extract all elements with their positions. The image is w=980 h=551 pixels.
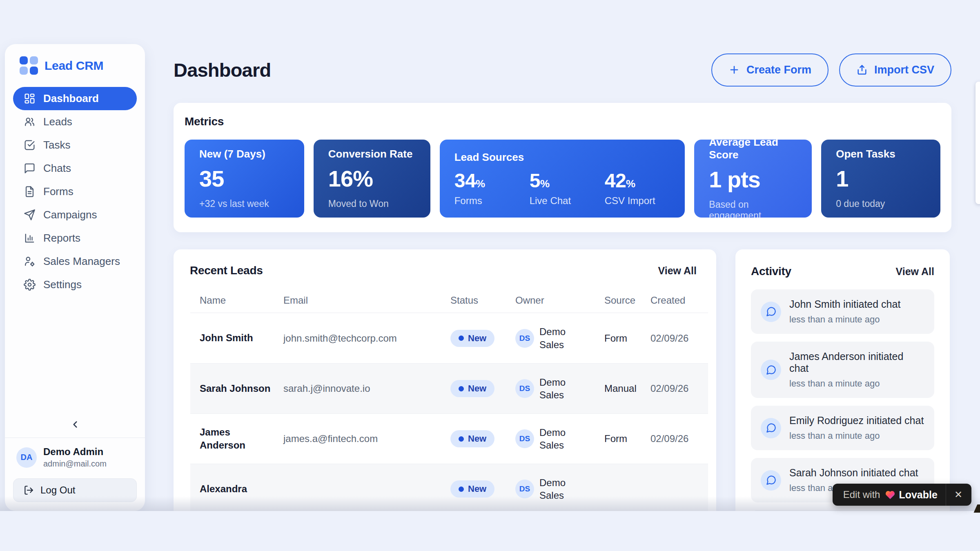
- column-header-created: Created: [650, 295, 708, 306]
- lead-source-stats: 34% Forms 5% Live Chat 42% CSV Import: [454, 169, 670, 207]
- column-header-source: Source: [604, 295, 650, 306]
- badge-brand: Lovable: [885, 489, 937, 501]
- metric-subtext: Based on engagement: [709, 199, 797, 221]
- metric-card-conversion-rate: Conversion Rate 16% Moved to Won: [314, 140, 430, 218]
- logout-button[interactable]: Log Out: [13, 478, 137, 502]
- file-text-icon: [24, 186, 36, 198]
- chat-bubble-icon: [761, 360, 781, 380]
- status-dot-icon: [459, 487, 464, 492]
- lead-source: Manual: [604, 383, 650, 394]
- stat-label: Live Chat: [530, 195, 605, 207]
- chevron-left-icon: [70, 419, 80, 430]
- sidebar-item-campaigns[interactable]: Campaigns: [13, 203, 137, 227]
- list-item[interactable]: [751, 510, 934, 511]
- activity-view-all-link[interactable]: View All: [896, 266, 934, 278]
- metric-card-lead-sources: Lead Sources 34% Forms 5% Live Chat 42%: [440, 140, 685, 218]
- lead-owner: DS Demo Sales: [515, 476, 604, 502]
- metric-subtext: Moved to Won: [328, 198, 416, 209]
- metrics-panel: Metrics New (7 Days) 35 +32 vs last week…: [174, 103, 951, 232]
- user-name: Demo Admin: [43, 446, 107, 458]
- sidebar-item-label: Leads: [43, 116, 72, 128]
- create-form-button[interactable]: Create Form: [711, 53, 829, 87]
- metric-subtext: 0 due today: [836, 198, 926, 209]
- column-header-email: Email: [283, 295, 450, 306]
- list-item[interactable]: John Smith initiated chat less than a mi…: [751, 289, 934, 334]
- table-row[interactable]: James Anderson james.a@fintech.com New D…: [190, 413, 708, 464]
- create-form-label: Create Form: [746, 64, 811, 76]
- activity-time: less than a minute ago: [789, 378, 924, 389]
- lead-source: Form: [604, 333, 650, 344]
- sidebar-item-sales-managers[interactable]: Sales Managers: [13, 250, 137, 273]
- sidebar-item-settings[interactable]: Settings: [13, 273, 137, 296]
- list-item[interactable]: Emily Rodriguez initiated chat less than…: [751, 406, 934, 450]
- sidebar-item-reports[interactable]: Reports: [13, 227, 137, 250]
- table-row[interactable]: Alexandra New DS Demo Sales: [190, 464, 708, 511]
- edit-with-lovable-badge[interactable]: Edit with Lovable ✕: [833, 484, 971, 506]
- logout-label: Log Out: [40, 484, 75, 496]
- lead-email: sarah.j@innovate.io: [283, 383, 450, 394]
- message-square-icon: [24, 162, 36, 174]
- logout-icon: [23, 485, 34, 495]
- sidebar-divider: [5, 438, 145, 438]
- page-header: Dashboard Create Form Import CSV: [174, 53, 951, 87]
- gear-icon: [24, 279, 36, 291]
- chat-bubble-icon: [761, 470, 781, 491]
- import-csv-button[interactable]: Import CSV: [839, 53, 951, 87]
- lead-source-stat-live-chat: 5% Live Chat: [530, 169, 605, 207]
- recent-leads-title: Recent Leads: [190, 264, 263, 277]
- stat-value: 5: [530, 170, 540, 191]
- stat-value: 42: [605, 170, 626, 191]
- lead-owner: DS Demo Sales: [515, 426, 604, 451]
- recent-leads-panel: Recent Leads View All Name Email Status …: [174, 249, 716, 511]
- sidebar-item-tasks[interactable]: Tasks: [13, 133, 137, 157]
- header-actions: Create Form Import CSV: [711, 53, 951, 87]
- upload-icon: [856, 64, 868, 76]
- leads-table-header: Name Email Status Owner Source Created: [190, 288, 708, 313]
- recent-leads-view-all-link[interactable]: View All: [658, 265, 697, 277]
- sidebar-item-label: Sales Managers: [43, 255, 120, 268]
- stat-unit: %: [476, 178, 485, 190]
- lead-source-stat-forms: 34% Forms: [454, 169, 530, 207]
- metric-label: Lead Sources: [454, 151, 670, 164]
- sidebar-spacer: [13, 296, 137, 415]
- stat-label: Forms: [454, 195, 530, 207]
- status-dot-icon: [459, 335, 464, 341]
- sidebar-item-forms[interactable]: Forms: [13, 180, 137, 203]
- check-square-icon: [24, 139, 36, 151]
- sidebar-item-leads[interactable]: Leads: [13, 110, 137, 133]
- metric-value: 1: [836, 165, 926, 192]
- badge-prefix: Edit with: [843, 489, 880, 500]
- lead-owner: DS Demo Sales: [515, 376, 604, 401]
- list-item[interactable]: James Anderson initiated chat less than …: [751, 342, 934, 398]
- main-content: Dashboard Create Form Import CSV Metrics…: [174, 53, 951, 511]
- metrics-title: Metrics: [185, 115, 940, 128]
- sidebar-item-label: Reports: [43, 232, 80, 244]
- table-row[interactable]: Sarah Johnson sarah.j@innovate.io New DS…: [190, 363, 708, 413]
- lead-name: James Anderson: [200, 426, 283, 452]
- status-dot-icon: [459, 436, 464, 442]
- activity-time: less than a minute ago: [789, 431, 924, 441]
- activity-time: less than a minute ago: [789, 314, 900, 325]
- lovable-heart-icon: [885, 490, 895, 500]
- chat-bubble-icon: [761, 418, 781, 438]
- chat-bubble-icon: [761, 302, 781, 322]
- lead-created: 02/09/26: [650, 433, 708, 444]
- import-csv-label: Import CSV: [874, 64, 934, 76]
- sidebar-collapse-button[interactable]: [13, 415, 137, 433]
- brand-logo-icon: [20, 56, 38, 75]
- brand: Lead CRM: [13, 54, 137, 75]
- close-icon[interactable]: ✕: [949, 489, 968, 500]
- sidebar-item-dashboard[interactable]: Dashboard: [13, 87, 137, 110]
- user-email: admin@mail.com: [43, 459, 107, 469]
- activity-text: James Anderson initiated chat: [789, 351, 924, 374]
- send-icon: [24, 209, 36, 221]
- sidebar-item-label: Settings: [43, 278, 82, 291]
- activity-list: John Smith initiated chat less than a mi…: [751, 289, 934, 511]
- activity-title: Activity: [751, 265, 791, 278]
- table-row[interactable]: John Smith john.smith@techcorp.com New D…: [190, 313, 708, 363]
- lead-name: Sarah Johnson: [200, 382, 283, 395]
- scrollbar-thumb[interactable]: [976, 82, 980, 204]
- sidebar-item-chats[interactable]: Chats: [13, 157, 137, 180]
- activity-text: John Smith initiated chat: [789, 298, 900, 310]
- lead-name: Alexandra: [200, 482, 283, 495]
